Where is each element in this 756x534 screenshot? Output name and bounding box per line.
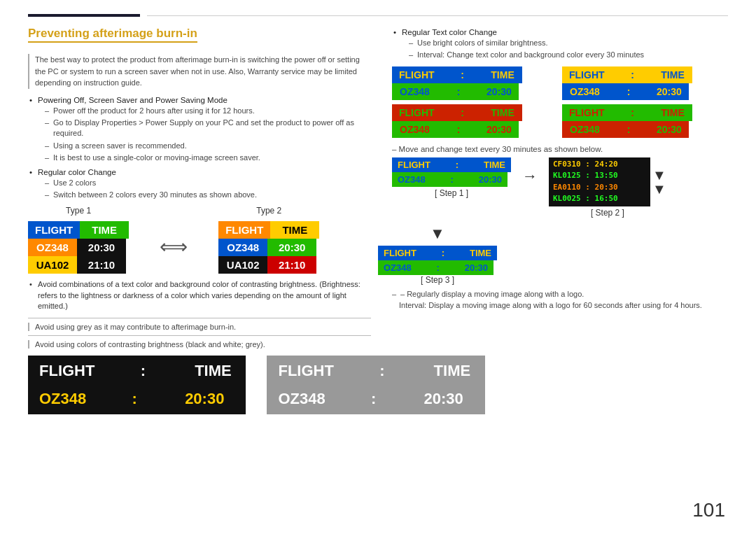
step2-scroll-area: CF0310 : 24:20 KL0125 : 13:50 EA0110 : 2… [549,157,666,206]
scroll-line1: CF0310 : 24:20 [553,159,646,171]
type2-block: Type 2 FLIGHT TIME OZ348 20:30 UA102 21: [218,206,319,274]
color-cell-1: FLIGHT : TIME OZ348 : 20:30 [392,66,558,100]
sub-power-4: It is best to use a single-color or movi… [45,153,371,163]
ft-cell: OZ348 [28,239,77,256]
warn-list: Avoid combinations of a text color and b… [28,279,371,311]
cc4-2030: 20:30 [650,121,689,138]
s1-2030: 20:30 [473,172,507,187]
right-column: Regular Text color Change Use bright col… [392,27,728,417]
cc3-row1: FLIGHT : TIME [392,104,558,121]
cc3-colon: : [442,104,484,121]
cc1-colon2: : [438,83,479,100]
top-line-dark [28,14,140,17]
type1-block: Type 1 FLIGHT TIME OZ348 20:30 UA102 21: [28,206,129,274]
regularly-note: – Regularly display a moving image along… [392,289,728,300]
s1-colon: : [436,157,478,172]
s3-row1: FLIGHT : TIME [378,246,497,260]
cc4-colon2: : [608,121,650,138]
ft-cell: FLIGHT [218,221,270,239]
ft-cell: 20:30 [267,239,316,256]
cc2-colon2: : [608,83,650,100]
intro-text: The best way to protect the product from… [28,54,371,89]
cc1-row2: OZ348 : 20:30 [392,83,558,100]
sub-power-3: Using a screen saver is recommended. [45,141,371,151]
sub-list-powering: Power off the product for 2 hours after … [38,106,371,164]
cc2-row2: OZ348 : 20:30 [562,83,728,100]
ft-cell: 20:30 [77,239,126,256]
type1-row2: OZ348 20:30 [28,239,129,256]
arrow-down-1: ▼ [652,168,666,182]
s3-colon: : [422,246,464,260]
sub-power-1: Power off the product for 2 hours after … [45,106,371,116]
s3-time: TIME [464,246,497,260]
top-line-light [147,15,728,16]
step3-label: [ Step 3 ] [421,275,454,285]
warn1: Avoid combinations of a text color and b… [28,279,371,311]
s3-oz: OZ348 [378,260,417,275]
type1-table: FLIGHT TIME OZ348 20:30 UA102 21:10 [28,221,129,274]
step1-label: [ Step 1 ] [435,188,468,198]
cc2-2030: 20:30 [650,83,689,100]
step3-down-arrow: ▼ [430,225,445,243]
cc3-colon2: : [438,121,479,138]
regularly-list: – Regularly display a moving image along… [392,289,728,300]
bd1-flight: FLIGHT [29,357,104,385]
color-grid: FLIGHT : TIME OZ348 : 20:30 FLIGHT : [392,66,728,138]
cc3-oz: OZ348 [392,121,438,138]
s1-colon2: : [431,172,473,187]
dash1 [28,318,371,318]
main-bullet-list: Powering Off, Screen Saver and Power Sav… [28,94,371,201]
step-area: FLIGHT : TIME OZ348 : 20:30 [ Step 1 ] → [392,157,728,218]
right-bullet-list: Regular Text color Change Use bright col… [392,27,728,61]
s1-flight: FLIGHT [392,157,436,172]
cc2-time: TIME [654,66,692,83]
cc1-colon: : [442,66,484,83]
scroll-line3: EA0110 : 20:30 [553,182,646,194]
cc4-row2: OZ348 : 20:30 [562,121,728,138]
bullet-color: Regular color Change Use 2 colors Switch… [28,167,371,201]
color-cell-2: FLIGHT : TIME OZ348 : 20:30 [562,66,728,100]
cc2-colon: : [612,66,654,83]
right-sub1: Use bright colors of similar brightness. [409,38,728,48]
color-cell-4: FLIGHT : TIME OZ348 : 20:30 [562,104,728,138]
s1-oz: OZ348 [392,172,431,187]
step2-block: CF0310 : 24:20 KL0125 : 13:50 EA0110 : 2… [549,157,666,218]
cc1-flight: FLIGHT [392,66,442,83]
cc4-colon: : [612,104,654,121]
bullet-powering: Powering Off, Screen Saver and Power Sav… [28,94,371,164]
ft-cell: 21:10 [77,256,126,274]
page: Preventing afterimage burn-in The best w… [0,0,756,534]
s3-row2: OZ348 : 20:30 [378,260,497,275]
cc2-oz: OZ348 [562,83,608,100]
step1-display: FLIGHT : TIME OZ348 : 20:30 [392,157,511,187]
bd2-flight: FLIGHT [268,357,343,385]
bd2-oz: OZ348 [268,385,335,413]
sub-list-color: Use 2 colors Switch between 2 colors eve… [38,178,371,201]
ft-cell: UA102 [28,256,77,274]
s3-2030: 20:30 [459,260,493,275]
type2-row1: FLIGHT TIME [218,221,319,239]
step3-arrow-area: ▼ FLIGHT : TIME OZ348 : 20:30 [ Step 3 ] [392,222,483,285]
regularly-area: – Regularly display a moving image along… [392,289,728,309]
regularly-sub: Interval: Display a moving image along w… [392,301,728,309]
s1-time: TIME [478,157,511,172]
ft-cell: UA102 [218,256,267,274]
s1-row2: OZ348 : 20:30 [392,172,511,187]
bd1-time: TIME [181,357,244,385]
scroll-line4: KL0025 : 16:50 [553,193,646,205]
type1-label: Type 1 [66,206,91,216]
types-row: Type 1 FLIGHT TIME OZ348 20:30 UA102 21: [28,206,371,274]
type-arrow: ⟺ [157,220,190,274]
bd1-oz: OZ348 [29,385,96,413]
bottom-displays: FLIGHT : TIME OZ348 : 20:30 FLIGHT : [28,356,371,414]
top-line [28,14,728,17]
type2-label: Type 2 [256,206,281,216]
warn3: Avoid using colors of contrasting bright… [28,340,371,349]
cc3-flight: FLIGHT [392,104,442,121]
main-content: Preventing afterimage burn-in The best w… [28,27,728,417]
bottom-display1: FLIGHT : TIME OZ348 : 20:30 [28,356,246,414]
cc3-row2: OZ348 : 20:30 [392,121,558,138]
s3-colon2: : [417,260,459,275]
s1-row1: FLIGHT : TIME [392,157,511,172]
cc2-flight: FLIGHT [562,66,612,83]
